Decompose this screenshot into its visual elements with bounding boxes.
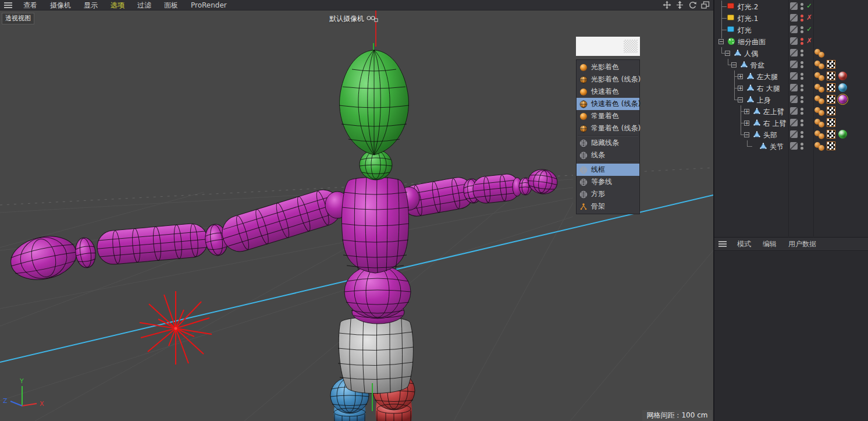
- editor-visibility-dot[interactable]: [801, 61, 803, 64]
- render-visibility-dot[interactable]: [801, 112, 803, 115]
- object-row-灯光[interactable]: 灯光✓: [714, 24, 868, 36]
- layer-toggle[interactable]: [790, 107, 798, 115]
- attribute-menu-item-0[interactable]: 模式: [731, 239, 757, 249]
- render-visibility-dot[interactable]: [801, 89, 803, 91]
- enable-toggle-check[interactable]: ✓: [805, 25, 813, 33]
- editor-visibility-dot[interactable]: [801, 73, 803, 76]
- viewport-3d[interactable]: 查看摄像机显示选项过滤面板ProRender 透视视图 默认摄像机 网格间距：1…: [0, 0, 713, 421]
- render-visibility-dot[interactable]: [801, 147, 803, 150]
- layer-toggle[interactable]: [790, 2, 798, 10]
- weight-tag-icon[interactable]: [827, 130, 835, 139]
- enable-toggle-cross[interactable]: ✗: [805, 13, 813, 22]
- attribute-menu-item-1[interactable]: 编辑: [757, 239, 782, 249]
- render-visibility-dot[interactable]: [801, 77, 803, 80]
- maximize-view-icon[interactable]: [701, 1, 710, 9]
- object-row-左上臂[interactable]: +左上臂: [714, 105, 868, 117]
- render-visibility-dot[interactable]: [801, 65, 803, 68]
- editor-visibility-dot[interactable]: [801, 119, 803, 122]
- object-row-灯光.2[interactable]: 灯光.2✓: [714, 1, 868, 12]
- tree-expander-collapsed[interactable]: +: [738, 74, 743, 79]
- weight-tag-icon[interactable]: [827, 95, 835, 104]
- editor-visibility-dot[interactable]: [801, 38, 803, 41]
- display-mode-item-9[interactable]: 等参线: [577, 176, 639, 188]
- object-row-右 上臂[interactable]: +右 上臂: [714, 117, 868, 129]
- render-visibility-dot[interactable]: [801, 100, 803, 103]
- display-mode-item-0[interactable]: 光影着色: [577, 61, 639, 73]
- object-row-关节[interactable]: 关节: [714, 140, 868, 152]
- display-mode-item-1[interactable]: 光影着色 (线条): [577, 73, 639, 86]
- camera-icon[interactable]: [367, 16, 378, 23]
- layer-toggle[interactable]: [790, 95, 798, 103]
- display-mode-item-5[interactable]: 常量着色 (线条): [577, 122, 639, 135]
- render-visibility-dot[interactable]: [801, 19, 803, 22]
- object-row-细分曲面[interactable]: −细分曲面✗: [714, 36, 868, 47]
- display-mode-item-8[interactable]: 线框: [577, 164, 639, 176]
- editor-visibility-dot[interactable]: [801, 143, 803, 146]
- tree-expander-expanded[interactable]: −: [738, 97, 743, 102]
- object-row-灯光.1[interactable]: 灯光.1✗: [714, 12, 868, 24]
- viewport-menu-item-1[interactable]: 摄像机: [44, 0, 77, 10]
- weight-tag-icon[interactable]: [827, 60, 835, 69]
- constraint-tag-icon[interactable]: [814, 83, 825, 93]
- layer-toggle[interactable]: [790, 37, 798, 45]
- layer-toggle[interactable]: [790, 61, 798, 68]
- render-visibility-dot[interactable]: [801, 54, 803, 56]
- object-row-头部[interactable]: −头部: [714, 129, 868, 140]
- editor-visibility-dot[interactable]: [801, 131, 803, 134]
- constraint-tag-icon[interactable]: [814, 130, 825, 139]
- light-flare[interactable]: [140, 291, 212, 365]
- weight-tag-icon[interactable]: [827, 141, 835, 150]
- layer-toggle[interactable]: [790, 130, 798, 138]
- material-tag-icon[interactable]: [838, 130, 847, 139]
- viewport-menu-item-6[interactable]: ProRender: [184, 0, 233, 10]
- layer-toggle[interactable]: [790, 14, 798, 22]
- object-row-骨盆[interactable]: −骨盆: [714, 59, 868, 70]
- weight-tag-icon[interactable]: [827, 72, 835, 80]
- tree-expander-expanded[interactable]: −: [718, 39, 724, 44]
- enable-toggle-check[interactable]: ✓: [805, 2, 813, 10]
- tree-expander-collapsed[interactable]: +: [744, 121, 749, 126]
- render-visibility-dot[interactable]: [801, 7, 803, 10]
- tree-expander-collapsed[interactable]: +: [744, 109, 749, 114]
- display-mode-item-7[interactable]: 线条: [577, 149, 639, 161]
- viewport-menu-item-0[interactable]: 查看: [17, 0, 44, 10]
- layer-toggle[interactable]: [790, 84, 798, 91]
- editor-visibility-dot[interactable]: [801, 26, 803, 29]
- display-mode-item-4[interactable]: 常量着色: [577, 110, 639, 122]
- material-tag-icon[interactable]: [838, 72, 847, 80]
- material-tag-icon[interactable]: [838, 83, 847, 92]
- display-mode-item-11[interactable]: 骨架: [577, 200, 639, 213]
- object-row-上身[interactable]: −上身: [714, 94, 868, 105]
- viewport-menu-item-3[interactable]: 选项: [104, 0, 131, 10]
- editor-visibility-dot[interactable]: [801, 49, 803, 52]
- viewport-menu-item-4[interactable]: 过滤: [131, 0, 158, 10]
- attribute-hamburger-icon[interactable]: [718, 241, 727, 247]
- tree-expander-expanded[interactable]: −: [744, 132, 749, 137]
- material-tag-icon[interactable]: [838, 95, 847, 104]
- zoom-view-icon[interactable]: [675, 1, 684, 9]
- display-mode-item-3[interactable]: 快速着色 (线条): [577, 98, 639, 110]
- tree-expander-collapsed[interactable]: +: [738, 86, 743, 91]
- display-mode-item-6[interactable]: 隐藏线条: [577, 137, 639, 149]
- constraint-tag-icon[interactable]: [814, 118, 825, 128]
- weight-tag-icon[interactable]: [827, 83, 835, 92]
- tree-expander-expanded[interactable]: −: [725, 51, 730, 56]
- rotate-view-icon[interactable]: [688, 1, 697, 9]
- weight-tag-icon[interactable]: [827, 118, 835, 127]
- viewport-hamburger-icon[interactable]: [4, 2, 12, 8]
- viewport-menu-item-2[interactable]: 显示: [77, 0, 104, 10]
- render-visibility-dot[interactable]: [801, 42, 803, 45]
- render-visibility-dot[interactable]: [801, 123, 803, 126]
- move-view-icon[interactable]: [663, 1, 671, 9]
- render-visibility-dot[interactable]: [801, 135, 803, 138]
- editor-visibility-dot[interactable]: [801, 3, 803, 6]
- render-visibility-dot[interactable]: [801, 30, 803, 33]
- attribute-menu-item-2[interactable]: 用户数据: [782, 239, 822, 249]
- display-mode-item-2[interactable]: 快速着色: [577, 86, 639, 98]
- constraint-tag-icon[interactable]: [814, 72, 825, 81]
- editor-visibility-dot[interactable]: [801, 15, 803, 17]
- tree-expander-expanded[interactable]: −: [731, 62, 737, 68]
- mannequin-figure[interactable]: [7, 50, 559, 421]
- display-mode-item-10[interactable]: 方形: [577, 188, 639, 200]
- editor-visibility-dot[interactable]: [801, 84, 803, 87]
